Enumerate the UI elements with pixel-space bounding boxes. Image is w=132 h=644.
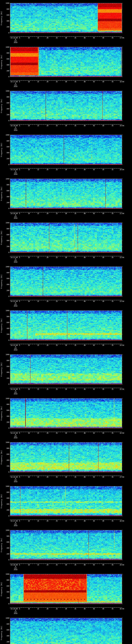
y-tick-label: 1000: [0, 134, 9, 136]
spectrogram-panel: Frequency (Hz) 10008006004002000 19:18:0…: [0, 88, 132, 132]
x-tick-label: 50: [102, 608, 104, 610]
x-tick-label: 15: [37, 300, 39, 302]
date-label: 8 Jul 2016: [12, 82, 20, 87]
x-tick-label: 15: [37, 125, 39, 126]
x-tick-label: 5: [19, 564, 20, 566]
x-axis-start-time: 19:20:00: [10, 213, 18, 214]
x-tick-label: 25: [56, 564, 58, 566]
date-label: 8 Jul 2016: [12, 126, 20, 131]
y-tick-label: 200: [0, 70, 9, 72]
y-tick-label: 0: [0, 164, 9, 166]
x-tick-label: 55: [112, 256, 114, 258]
x-tick-label: 10: [28, 300, 30, 302]
x-tick-label: 40: [84, 388, 86, 390]
x-tick-label: 15: [37, 476, 39, 478]
y-axis-title: Frequency (Hz): [0, 442, 2, 472]
x-tick-label: 20: [46, 213, 48, 214]
y-tick-label: 600: [0, 366, 9, 367]
date-label: 8 Jul 2016: [12, 390, 20, 395]
date-year: 2016: [12, 42, 20, 43]
y-tick-label: 0: [0, 515, 9, 517]
x-tick-label: 55: [112, 169, 114, 170]
x-tick-label: 35: [74, 213, 76, 214]
x-tick-label: 30: [65, 213, 67, 214]
x-tick-label: 55: [112, 564, 114, 566]
x-tick-label: 30: [65, 564, 67, 566]
x-tick-label: 45: [93, 37, 95, 39]
x-tick-label: 15: [37, 344, 39, 346]
x-tick-label: 5: [19, 432, 20, 434]
x-tick-label: 50: [102, 256, 104, 258]
x-tick-label: 5: [19, 300, 20, 302]
y-tick-label: 600: [0, 14, 9, 16]
spectrogram-stack: Frequency (Hz) 10008006004002000 19:16:0…: [0, 0, 132, 644]
x-tick-label: 50: [102, 432, 104, 434]
y-tick-label: 1000: [0, 178, 9, 180]
x-tick-label: 25: [56, 476, 58, 478]
y-tick-label: 1000: [0, 90, 9, 92]
x-tick-label: 45: [93, 564, 95, 566]
x-tick-label: 25: [56, 344, 58, 346]
spectrogram-panel: Frequency (Hz) 10008006004002000 19:22:0…: [0, 264, 132, 308]
x-axis-start-time: 19:18:00: [10, 125, 18, 126]
y-axis-title: Frequency (Hz): [0, 354, 2, 384]
x-tick-label: 30: [65, 125, 67, 126]
y-tick-label: 200: [0, 114, 9, 116]
y-tick-label: 800: [0, 536, 9, 537]
y-tick-label: 0: [0, 384, 9, 385]
x-tick-label: 10: [28, 169, 30, 170]
x-tick-label: 25: [56, 37, 58, 39]
y-tick-label: 200: [0, 290, 9, 291]
x-tick-label: 5: [19, 213, 20, 214]
y-tick-label: 400: [0, 152, 9, 154]
x-tick-label: 10: [28, 344, 30, 346]
x-tick-label: 30: [65, 388, 67, 390]
x-tick-label: 25: [56, 300, 58, 302]
date-label: 8 Jul 2016: [12, 522, 20, 526]
date-year: 2016: [12, 174, 20, 175]
x-tick-label: 45: [93, 300, 95, 302]
x-tick-label: 35: [74, 520, 76, 522]
y-tick-label: 800: [0, 8, 9, 10]
x-tick-label: 30: [65, 608, 67, 610]
x-tick-label: 15: [37, 608, 39, 610]
y-tick-label: 200: [0, 553, 9, 555]
x-tick-label: 5: [19, 256, 20, 258]
x-tick-label: 40: [84, 476, 86, 478]
x-tick-label: 45: [93, 125, 95, 126]
x-tick-label: 30: [65, 300, 67, 302]
y-tick-label: 800: [0, 140, 9, 142]
spectrogram-panel: Frequency (Hz) 10008006004002000 19:17:0…: [0, 44, 132, 88]
date-label: 8 Jul 2016: [12, 610, 20, 614]
x-tick-label: 25: [56, 125, 58, 126]
x-tick-label: 50: [102, 81, 104, 83]
x-tick-label: 40: [84, 256, 86, 258]
x-axis-end-time: 17:00: [120, 37, 124, 39]
y-tick-label: 600: [0, 146, 9, 148]
x-tick-label: 20: [46, 520, 48, 522]
date-label: 8 Jul 2016: [12, 302, 20, 307]
date-year: 2016: [12, 393, 20, 395]
x-tick-label: 45: [93, 256, 95, 258]
date-year: 2016: [12, 86, 20, 87]
x-tick-label: 25: [56, 213, 58, 214]
y-axis-title: Frequency (Hz): [0, 91, 2, 121]
y-tick-label: 1000: [0, 530, 9, 531]
x-tick-label: 5: [19, 125, 20, 126]
y-tick-label: 800: [0, 579, 9, 581]
x-tick-label: 45: [93, 432, 95, 434]
x-tick-label: 20: [46, 476, 48, 478]
x-tick-label: 20: [46, 608, 48, 610]
x-tick-label: 10: [28, 213, 30, 214]
x-axis-end-time: 23:00: [120, 300, 124, 302]
x-tick-label: 15: [37, 169, 39, 170]
x-tick-label: 30: [65, 37, 67, 39]
y-tick-label: 200: [0, 378, 9, 379]
y-axis-title: Frequency (Hz): [0, 3, 2, 33]
x-tick-label: 40: [84, 300, 86, 302]
x-tick-label: 25: [56, 608, 58, 610]
x-axis-end-time: 18:00: [120, 81, 124, 83]
date-year: 2016: [12, 613, 20, 614]
y-tick-label: 800: [0, 404, 9, 405]
x-tick-label: 30: [65, 432, 67, 434]
